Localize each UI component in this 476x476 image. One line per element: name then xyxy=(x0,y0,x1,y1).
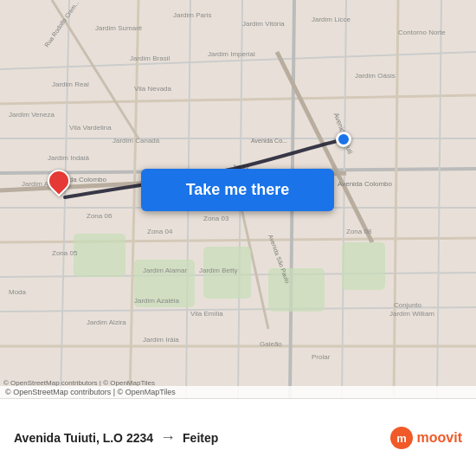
origin-label: Avenida Tuiuti, L.O 2234 xyxy=(14,431,153,445)
svg-text:Jardim Imperial: Jardim Imperial xyxy=(208,50,255,58)
svg-text:Zona 06: Zona 06 xyxy=(87,212,113,220)
svg-text:Jardim Oásis: Jardim Oásis xyxy=(355,72,396,80)
svg-text:Jardim Canadá: Jardim Canadá xyxy=(113,137,160,145)
svg-text:Jardim William: Jardim William xyxy=(389,310,434,318)
svg-text:Jardim Veneza: Jardim Veneza xyxy=(9,111,55,119)
bottom-bar: Avenida Tuiuti, L.O 2234 → Feitep m moov… xyxy=(0,398,476,476)
svg-text:Zona 08: Zona 08 xyxy=(346,228,372,235)
svg-text:Conjunto: Conjunto xyxy=(394,301,422,309)
svg-text:Zona 03: Zona 03 xyxy=(203,215,229,222)
svg-text:Jardim Alzira: Jardim Alzira xyxy=(87,318,126,326)
map-attribution: © OpenStreetMap contributors | © OpenMap… xyxy=(0,386,476,398)
destination-marker xyxy=(336,132,351,147)
svg-text:Jardim Vitória: Jardim Vitória xyxy=(242,20,285,28)
svg-text:Jardim Sumaré: Jardim Sumaré xyxy=(95,24,143,32)
moovit-brand: m moovit xyxy=(389,426,462,450)
svg-text:Avenida Colombo: Avenida Colombo xyxy=(338,180,393,188)
destination-label: Feitep xyxy=(183,431,218,445)
svg-text:Jardim Real: Jardim Real xyxy=(52,80,89,88)
svg-text:Contorno Norte: Contorno Norte xyxy=(398,29,446,36)
svg-text:Jardim Azaléia: Jardim Azaléia xyxy=(134,297,180,305)
svg-text:Jardim Paris: Jardim Paris xyxy=(173,11,211,19)
svg-text:Vila Nevada: Vila Nevada xyxy=(134,85,172,93)
svg-text:Prolar: Prolar xyxy=(312,353,331,361)
svg-text:Vila Emília: Vila Emília xyxy=(190,310,223,318)
map-container: Jardim Sumaré Jardim Paris Jardim Vitóri… xyxy=(0,0,476,398)
arrow-icon: → xyxy=(160,428,176,447)
take-me-there-button[interactable]: Take me there xyxy=(141,169,334,211)
svg-text:Galeão: Galeão xyxy=(260,340,282,348)
svg-text:m: m xyxy=(396,432,407,445)
svg-text:Jardim Betty: Jardim Betty xyxy=(199,267,237,274)
svg-text:Zona 05: Zona 05 xyxy=(52,249,78,257)
svg-text:Jardim Licce: Jardim Licce xyxy=(312,16,351,23)
svg-text:Zona 04: Zona 04 xyxy=(147,228,173,235)
route-info: Avenida Tuiuti, L.O 2234 → Feitep xyxy=(14,428,381,447)
svg-rect-25 xyxy=(268,268,325,312)
svg-text:Jardim Indaiá: Jardim Indaiá xyxy=(48,154,90,162)
svg-text:Avenida Co...: Avenida Co... xyxy=(251,138,287,144)
svg-text:Jardim Brasil: Jardim Brasil xyxy=(130,55,170,62)
svg-rect-22 xyxy=(74,234,125,277)
moovit-logo-icon: m xyxy=(389,426,414,450)
svg-text:Vila Vardelina: Vila Vardelina xyxy=(69,124,112,132)
moovit-text: moovit xyxy=(417,430,462,446)
svg-text:Moda: Moda xyxy=(9,288,27,296)
svg-text:Jardim Iráia: Jardim Iráia xyxy=(143,336,179,344)
svg-rect-26 xyxy=(342,242,385,290)
svg-text:Jardim Alamar: Jardim Alamar xyxy=(143,267,187,274)
